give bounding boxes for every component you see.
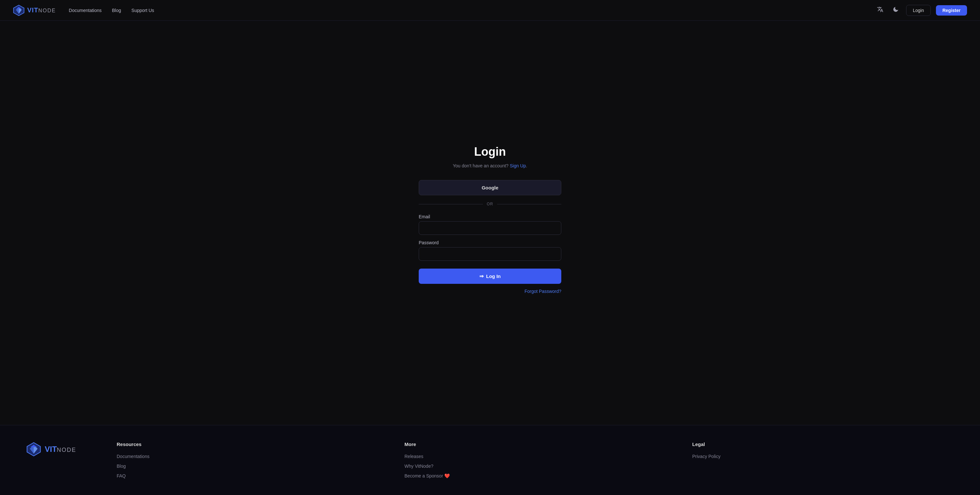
list-item: Releases xyxy=(404,453,666,459)
email-input[interactable] xyxy=(419,221,561,235)
nav-links: Documentations Blog Support Us xyxy=(69,8,154,13)
footer-logo: VITNODE xyxy=(26,441,91,457)
navbar: VITNODE Documentations Blog Support Us L… xyxy=(0,0,980,21)
list-item: Become a Sponsor ❤️ xyxy=(404,473,666,479)
email-label: Email xyxy=(419,214,561,219)
dark-mode-button[interactable] xyxy=(891,4,901,16)
nav-support[interactable]: Support Us xyxy=(132,8,154,13)
signup-link[interactable]: Sign Up xyxy=(510,163,526,168)
footer-logo-section: VITNODE xyxy=(26,441,91,457)
footer-privacy-link[interactable]: Privacy Policy xyxy=(692,454,721,459)
footer-resources-col: Resources Documentations Blog FAQ xyxy=(117,441,379,479)
password-input[interactable] xyxy=(419,247,561,261)
navbar-left: VITNODE Documentations Blog Support Us xyxy=(13,5,154,16)
navbar-right: Login Register xyxy=(875,4,967,16)
forgot-password-container: Forgot Password? xyxy=(419,288,561,294)
login-subtitle: You don't have an account? Sign Up. xyxy=(453,163,527,168)
divider-line-right xyxy=(497,204,561,204)
or-text: OR xyxy=(487,202,493,206)
register-button[interactable]: Register xyxy=(936,5,967,16)
footer-sponsor-link[interactable]: Become a Sponsor ❤️ xyxy=(404,473,450,479)
translate-button[interactable] xyxy=(875,4,885,16)
list-item: Privacy Policy xyxy=(692,453,954,459)
footer-vitnode-logo-icon xyxy=(26,441,41,457)
password-label: Password xyxy=(419,240,561,245)
logo-vit: VIT xyxy=(27,6,38,14)
list-item: Why VitNode? xyxy=(404,463,666,469)
forgot-password-link[interactable]: Forgot Password? xyxy=(524,289,561,294)
footer-inner: VITNODE Resources Documentations Blog FA… xyxy=(26,441,954,479)
footer-why-vitnode-link[interactable]: Why VitNode? xyxy=(404,463,433,469)
footer-more-title: More xyxy=(404,441,666,447)
logo-link[interactable]: VITNODE xyxy=(13,5,56,16)
footer-resources-title: Resources xyxy=(117,441,379,447)
list-item: FAQ xyxy=(117,473,379,479)
footer-legal-list: Privacy Policy xyxy=(692,453,954,459)
footer: VITNODE Resources Documentations Blog FA… xyxy=(0,425,980,495)
page-title: Login xyxy=(474,145,506,159)
footer-legal-col: Legal Privacy Policy xyxy=(692,441,954,459)
list-item: Blog xyxy=(117,463,379,469)
login-arrow-icon: ⇒ xyxy=(479,273,484,279)
footer-resources-list: Documentations Blog FAQ xyxy=(117,453,379,479)
footer-more-col: More Releases Why VitNode? Become a Spon… xyxy=(404,441,666,479)
footer-docs-link[interactable]: Documentations xyxy=(117,454,150,459)
divider-line-left xyxy=(419,204,483,204)
login-card: Google OR Email Password ⇒ Log In Forgot… xyxy=(419,180,561,294)
moon-icon xyxy=(892,6,899,14)
login-button[interactable]: Login xyxy=(906,5,931,16)
main-content: Login You don't have an account? Sign Up… xyxy=(0,21,980,425)
login-submit-button[interactable]: ⇒ Log In xyxy=(419,268,561,284)
nav-blog[interactable]: Blog xyxy=(112,8,121,13)
logo-node: NODE xyxy=(38,8,56,13)
or-divider: OR xyxy=(419,202,561,206)
nav-docs[interactable]: Documentations xyxy=(69,8,102,13)
footer-blog-link[interactable]: Blog xyxy=(117,463,126,469)
footer-legal-title: Legal xyxy=(692,441,954,447)
footer-logo-text: VITNODE xyxy=(45,445,76,454)
password-form-group: Password xyxy=(419,240,561,261)
translate-icon xyxy=(877,6,883,14)
list-item: Documentations xyxy=(117,453,379,459)
footer-faq-link[interactable]: FAQ xyxy=(117,473,126,479)
google-login-button[interactable]: Google xyxy=(419,180,561,195)
email-form-group: Email xyxy=(419,214,561,235)
footer-more-list: Releases Why VitNode? Become a Sponsor ❤… xyxy=(404,453,666,479)
vitnode-logo-icon xyxy=(13,5,25,16)
footer-releases-link[interactable]: Releases xyxy=(404,454,423,459)
